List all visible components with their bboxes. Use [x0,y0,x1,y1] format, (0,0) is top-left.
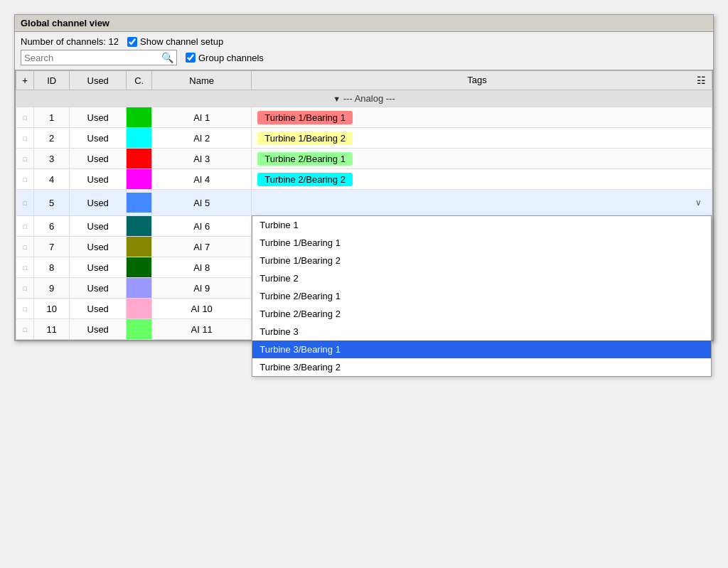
row-expand[interactable]: □ [16,128,34,149]
row-name: AI 7 [152,237,252,257]
row-used: Used [70,319,127,340]
row-expand[interactable]: □ [16,257,34,278]
show-channel-setup-checkbox[interactable] [127,37,137,47]
row-id: 5 [34,190,70,216]
row-id: 2 [34,128,70,149]
show-channel-setup-checkbox-label[interactable]: Show channel setup [127,36,223,47]
name-column-header: Name [152,71,252,90]
row-name: AI 6 [152,216,252,237]
dropdown-item[interactable]: Turbine 3 [252,323,711,341]
id-column-header: ID [34,71,70,90]
row-tags[interactable]: Turbine 1/Bearing 2 [252,128,712,149]
row-expand[interactable]: □ [16,107,34,128]
row-color [127,299,152,319]
row-expand[interactable]: □ [16,299,34,319]
tags-column-header: Tags ☷ [252,71,712,90]
row-used: Used [70,237,127,257]
row-id: 3 [34,149,70,169]
row-color [127,190,152,216]
table-body: ▼ --- Analog --- □1UsedAI 1Turbine 1/Bea… [16,90,712,340]
table-row: □1UsedAI 1Turbine 1/Bearing 1 [16,107,712,128]
collapse-icon[interactable]: ▼ [333,95,341,103]
row-id: 9 [34,278,70,299]
row-color [127,216,152,237]
group-channels-checkbox[interactable] [186,53,196,63]
dropdown-item[interactable]: Turbine 1 [252,216,711,234]
row-id: 8 [34,257,70,278]
row-tags[interactable]: Turbine 2/Bearing 2 [252,169,712,190]
toolbar-row-2: 🔍 Group channels [21,50,707,65]
group-channels-label: Group channels [198,53,264,63]
row-id: 4 [34,169,70,190]
window-title: Global channel view [21,18,109,28]
row-expand[interactable]: □ [16,319,34,340]
dropdown-item[interactable]: Turbine 3/Bearing 1 [252,341,711,358]
search-box: 🔍 [21,50,177,65]
row-tags[interactable]: Turbine 2/Bearing 1 [252,149,712,169]
group-channels-checkbox-label[interactable]: Group channels [186,53,264,63]
row-used: Used [70,216,127,237]
dropdown-item[interactable]: Turbine 1/Bearing 1 [252,234,711,252]
row-name: AI 4 [152,169,252,190]
row-expand[interactable]: □ [16,190,34,216]
num-channels-label: Number of channels: 12 [21,36,119,47]
tag-badge: Turbine 1/Bearing 2 [257,132,353,145]
row-id: 1 [34,107,70,128]
row-name: AI 8 [152,257,252,278]
table-menu-icon[interactable]: ☷ [697,75,706,86]
table-row: □4UsedAI 4Turbine 2/Bearing 2 [16,169,712,190]
table-header-row: + ID Used C. Name Tags ☷ [16,71,712,90]
row-used: Used [70,190,127,216]
row-color [127,278,152,299]
table-row: □3UsedAI 3Turbine 2/Bearing 1 [16,149,712,169]
dropdown-item[interactable]: Turbine 2/Bearing 1 [252,287,711,305]
table-wrapper: + ID Used C. Name Tags ☷ ▼ --- Analog --… [15,70,713,341]
row-id: 7 [34,237,70,257]
row-used: Used [70,128,127,149]
row-color [127,107,152,128]
group-label: ▼ --- Analog --- [16,90,712,107]
title-bar: Global channel view [15,15,713,32]
row-used: Used [70,257,127,278]
row-expand[interactable]: □ [16,216,34,237]
row-name: AI 5 [152,190,252,216]
row-id: 6 [34,216,70,237]
row-id: 11 [34,319,70,340]
row-expand[interactable]: □ [16,149,34,169]
tag-badge: Turbine 1/Bearing 1 [257,111,353,124]
row-expand[interactable]: □ [16,169,34,190]
add-column-header[interactable]: + [16,71,34,90]
row-used: Used [70,169,127,190]
row-color [127,169,152,190]
row-name: AI 1 [152,107,252,128]
dropdown-item[interactable]: Turbine 2 [252,269,711,287]
row-name: AI 2 [152,128,252,149]
main-window: Global channel view Number of channels: … [14,14,714,341]
row-name: AI 10 [152,299,252,319]
dropdown-item[interactable]: Turbine 1/Bearing 2 [252,252,711,269]
row-color [127,149,152,169]
dropdown-item[interactable]: Turbine 2/Bearing 2 [252,305,711,323]
row-expand[interactable]: □ [16,237,34,257]
row-used: Used [70,299,127,319]
row-color [127,128,152,149]
search-icon: 🔍 [161,52,173,63]
toolbar: Number of channels: 12 Show channel setu… [15,32,713,70]
row-name: AI 9 [152,278,252,299]
toolbar-row-1: Number of channels: 12 Show channel setu… [21,36,707,47]
row-color [127,319,152,340]
used-column-header: Used [70,71,127,90]
dropdown-arrow-icon[interactable]: ∨ [695,198,702,208]
dropdown-item[interactable]: Turbine 3/Bearing 2 [252,358,711,376]
table-row: □2UsedAI 2Turbine 1/Bearing 2 [16,128,712,149]
tag-badge: Turbine 2/Bearing 1 [257,152,353,166]
row-used: Used [70,107,127,128]
color-column-header: C. [127,71,152,90]
tag-dropdown-popup: Turbine 1Turbine 1/Bearing 1Turbine 1/Be… [252,215,712,377]
search-input[interactable] [24,53,161,63]
channel-table: + ID Used C. Name Tags ☷ ▼ --- Analog --… [16,70,712,340]
row-used: Used [70,278,127,299]
row-tags[interactable]: ∨Turbine 1Turbine 1/Bearing 1Turbine 1/B… [252,190,712,216]
row-expand[interactable]: □ [16,278,34,299]
row-tags[interactable]: Turbine 1/Bearing 1 [252,107,712,128]
